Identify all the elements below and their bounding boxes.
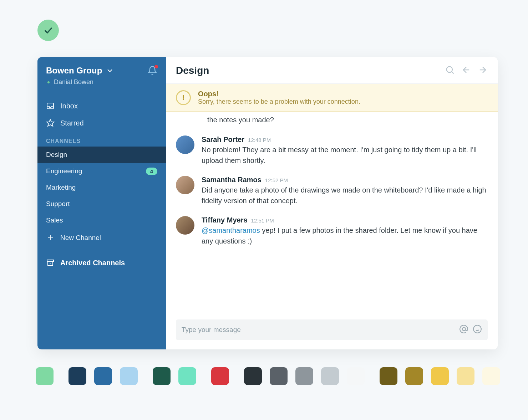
message-timestamp: 12:51 PM — [251, 217, 274, 224]
channel-label: Support — [46, 200, 70, 208]
channel-item-marketing[interactable]: Marketing — [37, 179, 166, 196]
sidebar: Bowen Group Danial Bowen Inbox Starr — [37, 57, 166, 349]
avatar[interactable] — [176, 135, 194, 154]
message-list: the notes you made? Sarah Porter 12:48 P… — [166, 112, 498, 316]
color-swatch — [68, 367, 86, 385]
connection-alert: ! Oops! Sorry, there seems to be a probl… — [166, 84, 498, 112]
current-user-label: Danial Bowen — [54, 78, 93, 86]
channel-title: Design — [176, 65, 209, 76]
svg-point-7 — [447, 67, 452, 72]
main-header: Design — [166, 57, 498, 84]
color-swatch — [178, 367, 196, 385]
search-button[interactable] — [445, 65, 455, 76]
channel-label: Engineering — [46, 167, 82, 175]
presence-indicator-icon — [47, 81, 50, 84]
message-text: the notes you made? — [176, 116, 488, 130]
notification-dot-icon — [154, 65, 158, 68]
nav-inbox[interactable]: Inbox — [37, 97, 166, 114]
color-palette — [36, 367, 507, 385]
color-swatch — [457, 367, 474, 385]
svg-line-8 — [452, 72, 453, 73]
notification-bell-button[interactable] — [147, 66, 157, 76]
nav-starred[interactable]: Starred — [37, 114, 166, 132]
alert-body: Sorry, there seems to be a problem with … — [198, 98, 360, 106]
color-swatch — [321, 367, 339, 385]
current-user[interactable]: Danial Bowen — [46, 78, 157, 86]
archived-channels-button[interactable]: Archived Channels — [37, 252, 166, 273]
message-author[interactable]: Samantha Ramos — [202, 176, 262, 184]
new-channel-label: New Channel — [60, 234, 101, 242]
search-icon — [445, 65, 455, 75]
smiley-icon — [473, 324, 482, 334]
message-input[interactable] — [182, 326, 455, 334]
color-swatch — [153, 367, 171, 385]
color-swatch — [94, 367, 112, 385]
color-swatch — [431, 367, 449, 385]
channel-label: Sales — [46, 216, 63, 224]
approval-check-icon — [37, 20, 59, 41]
new-channel-button[interactable]: New Channel — [37, 229, 166, 247]
message-row: Tiffany Myers 12:51 PM @samantharamos ye… — [176, 211, 488, 251]
warning-icon: ! — [176, 90, 191, 105]
nav-back-button[interactable] — [461, 65, 471, 76]
channel-item-sales[interactable]: Sales — [37, 212, 166, 229]
nav-forward-button[interactable] — [478, 65, 488, 76]
message-author[interactable]: Sarah Porter — [202, 135, 244, 144]
archived-label: Archived Channels — [60, 259, 125, 267]
color-swatch — [380, 367, 397, 385]
svg-marker-1 — [47, 119, 54, 126]
channel-item-design[interactable]: Design — [37, 147, 166, 163]
arrow-right-icon — [478, 65, 488, 75]
message-text: Did anyone take a photo of the drawings … — [202, 185, 488, 206]
svg-rect-5 — [48, 262, 53, 266]
color-swatch — [36, 367, 54, 385]
avatar[interactable] — [176, 216, 194, 235]
archive-icon — [46, 258, 55, 267]
svg-point-12 — [473, 325, 481, 333]
alert-title: Oops! — [198, 90, 360, 98]
avatar[interactable] — [176, 176, 194, 194]
workspace-header: Bowen Group Danial Bowen — [37, 64, 166, 89]
color-swatch — [405, 367, 423, 385]
channel-label: Design — [46, 151, 67, 159]
channel-label: Marketing — [46, 184, 76, 191]
color-swatch — [244, 367, 262, 385]
channel-item-engineering[interactable]: Engineering 4 — [37, 163, 166, 179]
message-row: Samantha Ramos 12:52 PM Did anyone take … — [176, 171, 488, 211]
message-row: Sarah Porter 12:48 PM No problem! They a… — [176, 130, 488, 171]
mention-button[interactable] — [459, 324, 468, 335]
svg-point-11 — [462, 328, 466, 331]
color-swatch — [270, 367, 288, 385]
message-timestamp: 12:52 PM — [265, 177, 288, 183]
chevron-down-icon — [106, 66, 114, 75]
nav-starred-label: Starred — [60, 119, 84, 127]
at-sign-icon — [459, 324, 468, 334]
plus-icon — [46, 234, 55, 242]
inbox-icon — [46, 102, 55, 110]
color-swatch — [482, 367, 500, 385]
channels-heading: CHANNELS — [37, 132, 166, 147]
color-swatch — [211, 367, 229, 385]
color-swatch — [120, 367, 138, 385]
workspace-switcher[interactable]: Bowen Group — [46, 66, 114, 76]
message-text: No problem! They are a bit messy at the … — [202, 144, 488, 166]
star-icon — [46, 119, 55, 127]
message-text: @samantharamos yep! I put a few photos i… — [202, 225, 488, 246]
color-swatch — [295, 367, 313, 385]
message-author[interactable]: Tiffany Myers — [202, 216, 248, 224]
mention-link[interactable]: @samantharamos — [202, 226, 260, 234]
nav-inbox-label: Inbox — [60, 102, 78, 110]
main-panel: Design ! Oops! Sorry, there seems to be … — [166, 57, 498, 349]
emoji-button[interactable] — [473, 324, 482, 335]
message-composer — [176, 319, 488, 340]
channel-item-support[interactable]: Support — [37, 196, 166, 212]
workspace-name-label: Bowen Group — [46, 66, 102, 76]
chat-app-window: Bowen Group Danial Bowen Inbox Starr — [37, 57, 498, 349]
unread-badge: 4 — [146, 168, 157, 175]
arrow-left-icon — [461, 65, 471, 75]
color-swatch — [347, 367, 365, 385]
message-timestamp: 12:48 PM — [248, 137, 271, 143]
